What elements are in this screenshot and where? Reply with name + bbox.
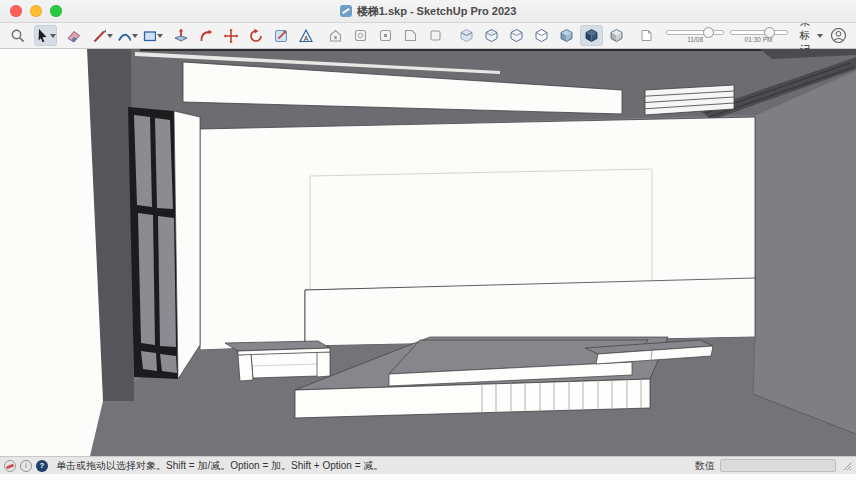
- window-pane: [134, 115, 152, 207]
- line-tool-button[interactable]: [91, 25, 114, 46]
- chevron-down-icon: [132, 34, 138, 38]
- coffee-table[interactable]: [225, 341, 330, 381]
- select-tool-button[interactable]: [34, 25, 57, 46]
- status-hint: 单击或拖动以选择对象。Shift = 加/减。Option = 加。Shift …: [56, 459, 383, 473]
- shadow-time-track[interactable]: [730, 30, 788, 35]
- style-xray-icon: [459, 28, 474, 43]
- page-button[interactable]: [635, 25, 658, 46]
- previous-view-icon: [428, 28, 443, 43]
- search-button[interactable]: [6, 25, 29, 46]
- style-monochrome-icon: [609, 28, 624, 43]
- orbit-icon: [353, 28, 368, 43]
- orbit-button[interactable]: [349, 25, 372, 46]
- help-icon[interactable]: ?: [36, 460, 48, 472]
- shadow-date-label: 11/08: [687, 36, 703, 43]
- window-bottom-edge: [0, 474, 856, 480]
- minimize-button[interactable]: [30, 5, 42, 17]
- account-icon: [830, 27, 847, 44]
- shadow-time-thumb[interactable]: [764, 27, 775, 38]
- style-shaded-button[interactable]: [555, 25, 578, 46]
- titlebar: 楼梯1.skp - SketchUp Pro 2023: [0, 0, 856, 23]
- left-wall[interactable]: [0, 49, 103, 456]
- shapes-icon: [142, 28, 156, 44]
- shadow-time-slider[interactable]: 01:30 PM: [730, 30, 788, 43]
- select-icon: [35, 28, 49, 44]
- offset-tool-button[interactable]: [194, 25, 217, 46]
- style-wireframe-button[interactable]: [505, 25, 528, 46]
- chevron-down-icon: [817, 34, 823, 38]
- rotate-tool-button[interactable]: [244, 25, 267, 46]
- move-tool-button[interactable]: [219, 25, 242, 46]
- style-monochrome-button[interactable]: [605, 25, 628, 46]
- scale-tool-button[interactable]: [269, 25, 292, 46]
- arc-tool-button[interactable]: [116, 25, 139, 46]
- pan-button[interactable]: [374, 25, 397, 46]
- style-shaded-icon: [559, 28, 574, 43]
- rotate-icon: [248, 28, 264, 44]
- close-button[interactable]: [10, 5, 22, 17]
- push-pull-icon: [173, 28, 189, 44]
- line-icon: [92, 28, 106, 44]
- home-button[interactable]: [324, 25, 347, 46]
- window-column[interactable]: [174, 111, 200, 379]
- style-wireframe-icon: [509, 28, 524, 43]
- scale-icon: [273, 28, 289, 44]
- shadow-date-thumb[interactable]: [703, 27, 714, 38]
- shadow-date-slider[interactable]: 11/08: [666, 30, 724, 43]
- document-icon: [340, 5, 352, 17]
- style-shaded-textures-button[interactable]: [580, 25, 603, 46]
- style-hidden-line-button[interactable]: [530, 25, 553, 46]
- resize-grip[interactable]: [842, 461, 852, 471]
- window[interactable]: [128, 107, 178, 379]
- statusbar: i ? 单击或拖动以选择对象。Shift = 加/减。Option = 加。Sh…: [0, 456, 856, 474]
- toolbar: A: [0, 23, 856, 49]
- sketchup-window: 楼梯1.skp - SketchUp Pro 2023: [0, 0, 856, 480]
- zoom-view-button[interactable]: [399, 25, 422, 46]
- chevron-down-icon: [107, 34, 113, 38]
- pan-icon: [378, 28, 393, 43]
- style-hidden-line-icon: [534, 28, 549, 43]
- geolocation-icon[interactable]: [4, 460, 16, 472]
- eraser-icon: [66, 28, 82, 44]
- zoom-icon: [403, 28, 418, 43]
- window-pane: [160, 354, 177, 373]
- home-icon: [328, 28, 343, 43]
- account-button[interactable]: [827, 25, 850, 46]
- previous-view-button[interactable]: [424, 25, 447, 46]
- info-icon[interactable]: i: [20, 460, 32, 472]
- window-pane: [155, 118, 173, 209]
- measurements: 数值: [695, 459, 836, 473]
- offset-icon: [198, 28, 214, 44]
- table-leg: [317, 352, 330, 377]
- arc-icon: [117, 28, 131, 44]
- style-xray-button[interactable]: [455, 25, 478, 46]
- shapes-tool-button[interactable]: [141, 25, 164, 46]
- window-pane: [158, 216, 176, 347]
- page-icon: [639, 28, 654, 43]
- window-pane: [141, 351, 157, 371]
- measurements-label: 数值: [695, 459, 715, 473]
- table-leg: [238, 354, 253, 381]
- window-title: 楼梯1.skp - SketchUp Pro 2023: [357, 4, 517, 19]
- measurements-input[interactable]: [720, 459, 836, 472]
- chevron-down-icon: [50, 34, 56, 38]
- model-viewport[interactable]: [0, 49, 856, 456]
- lower-wall-band[interactable]: [305, 278, 755, 346]
- style-back-edges-button[interactable]: [480, 25, 503, 46]
- move-icon: [223, 28, 239, 44]
- right-wall[interactable]: [757, 71, 856, 456]
- style-back-edges-icon: [484, 28, 499, 43]
- text-protractor-tool-button[interactable]: A: [294, 25, 317, 46]
- zoom-button[interactable]: [50, 5, 62, 17]
- model-scene: [0, 49, 856, 456]
- eraser-tool-button[interactable]: [63, 25, 86, 46]
- style-shaded-textures-icon: [584, 28, 599, 43]
- push-pull-tool-button[interactable]: [169, 25, 192, 46]
- chevron-down-icon: [157, 34, 163, 38]
- text-protractor-icon: A: [298, 28, 314, 44]
- search-icon: [10, 28, 26, 44]
- shadow-date-track[interactable]: [666, 30, 724, 35]
- svg-text:A: A: [303, 34, 308, 41]
